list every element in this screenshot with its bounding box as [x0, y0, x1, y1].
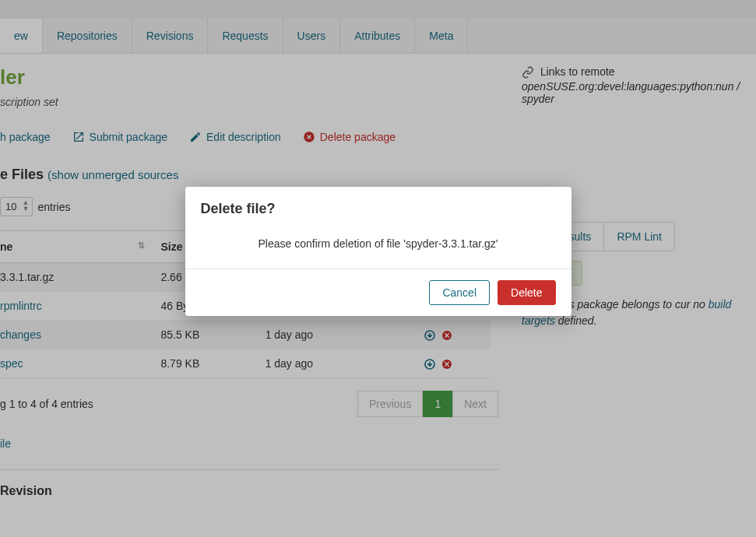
- modal-overlay[interactable]: Delete file? Please confirm deletion of …: [0, 0, 756, 537]
- delete-file-modal: Delete file? Please confirm deletion of …: [185, 187, 571, 316]
- modal-message: Please confirm deletion of file 'spyder-…: [185, 231, 571, 269]
- delete-button[interactable]: Delete: [498, 280, 555, 305]
- modal-footer: Cancel Delete: [185, 269, 571, 316]
- cancel-button[interactable]: Cancel: [429, 280, 490, 305]
- modal-title: Delete file?: [185, 187, 571, 231]
